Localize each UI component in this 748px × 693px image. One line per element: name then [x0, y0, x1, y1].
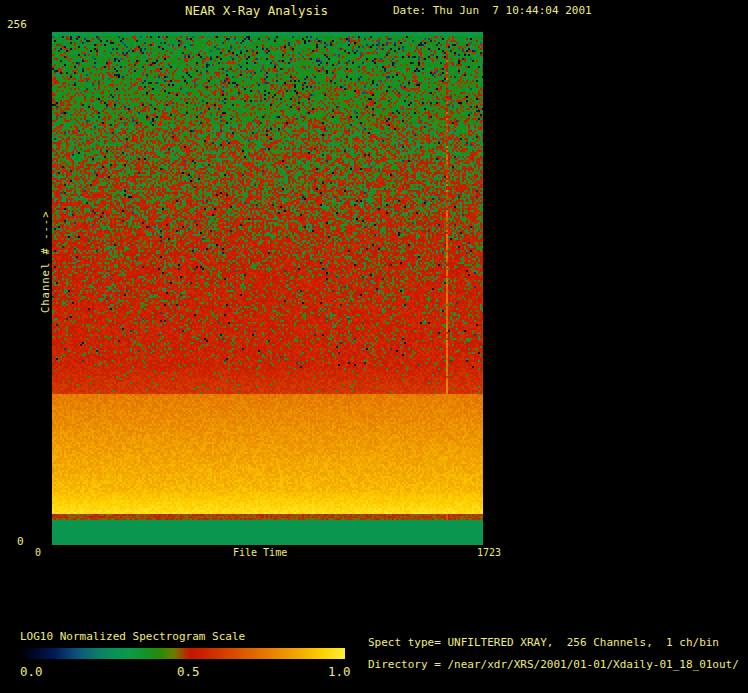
x-axis-max-label: 1723: [477, 547, 501, 558]
xray-analysis-window: NEAR X-Ray Analysis Date: Thu Jun 7 10:4…: [0, 0, 748, 693]
spectrogram-heatmap: [52, 32, 483, 545]
directory-info: Directory = /near/xdr/XRS/2001/01-01/Xda…: [368, 659, 739, 671]
x-axis-min-label: 0: [35, 547, 41, 558]
colorbar-label: LOG10 Normalized Spectrogram Scale: [20, 631, 245, 643]
x-axis-label: File Time: [233, 547, 287, 558]
spect-type-info: Spect type= UNFILTERED XRAY, 256 Channel…: [368, 637, 719, 649]
colorbar-tick-mid: 0.5: [177, 665, 200, 679]
y-axis-max-label: 256: [7, 19, 27, 31]
y-axis-label: Channel # --->: [40, 194, 52, 330]
date-label: Date: Thu Jun 7 10:44:04 2001: [393, 5, 592, 17]
y-axis-min-label: 0: [17, 536, 24, 548]
colorbar-tick-max: 1.0: [328, 665, 351, 679]
page-title: NEAR X-Ray Analysis: [185, 4, 328, 18]
colorbar-gradient: [22, 648, 345, 659]
colorbar-tick-min: 0.0: [20, 665, 43, 679]
